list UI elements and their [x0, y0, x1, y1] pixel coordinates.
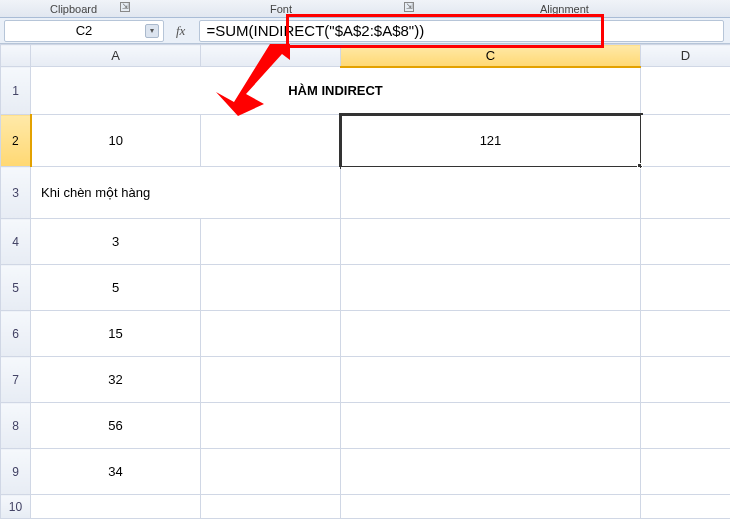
cell-b2[interactable]	[201, 115, 341, 167]
cell-c8[interactable]	[341, 403, 641, 449]
cell-d5[interactable]	[641, 265, 731, 311]
cell-d1[interactable]	[641, 67, 731, 115]
select-all-corner[interactable]	[1, 45, 31, 67]
cell-a9[interactable]: 34	[31, 449, 201, 495]
ribbon-group-alignment: Alignment	[540, 3, 589, 15]
cell-b10[interactable]	[201, 495, 341, 519]
row-header-5[interactable]: 5	[1, 265, 31, 311]
clipboard-launcher-icon[interactable]	[120, 2, 130, 12]
chevron-down-icon[interactable]: ▾	[145, 24, 159, 38]
cell-c2[interactable]: 121	[341, 115, 641, 167]
row-header-1[interactable]: 1	[1, 67, 31, 115]
cell-c6[interactable]	[341, 311, 641, 357]
cell-a8[interactable]: 56	[31, 403, 201, 449]
cell-a2[interactable]: 10	[31, 115, 201, 167]
cell-c9[interactable]	[341, 449, 641, 495]
formula-input[interactable]: =SUM(INDIRECT("$A$2:$A$8"))	[199, 20, 724, 42]
row-header-4[interactable]: 4	[1, 219, 31, 265]
cell-d9[interactable]	[641, 449, 731, 495]
formula-bar: C2 ▾ fx =SUM(INDIRECT("$A$2:$A$8"))	[0, 18, 730, 44]
row-header-8[interactable]: 8	[1, 403, 31, 449]
cell-d4[interactable]	[641, 219, 731, 265]
col-header-a[interactable]: A	[31, 45, 201, 67]
cell-b8[interactable]	[201, 403, 341, 449]
col-header-c[interactable]: C	[341, 45, 641, 67]
cell-d3[interactable]	[641, 167, 731, 219]
cell-d10[interactable]	[641, 495, 731, 519]
cell-a4[interactable]: 3	[31, 219, 201, 265]
cell-a5[interactable]: 5	[31, 265, 201, 311]
name-box-value: C2	[76, 23, 93, 38]
cell-a3-b3[interactable]: Khi chèn một hàng	[31, 167, 341, 219]
row-header-3[interactable]: 3	[1, 167, 31, 219]
cell-c7[interactable]	[341, 357, 641, 403]
cell-d7[interactable]	[641, 357, 731, 403]
row-header-10[interactable]: 10	[1, 495, 31, 519]
cell-c3[interactable]	[341, 167, 641, 219]
row-header-9[interactable]: 9	[1, 449, 31, 495]
col-header-b[interactable]: B	[201, 45, 341, 67]
cell-b6[interactable]	[201, 311, 341, 357]
fx-icon[interactable]: fx	[174, 23, 191, 39]
formula-text: =SUM(INDIRECT("$A$2:$A$8"))	[206, 22, 424, 39]
ribbon-group-bar: Clipboard Font Alignment	[0, 0, 730, 18]
formula-buttons: fx	[166, 23, 199, 39]
cell-c10[interactable]	[341, 495, 641, 519]
ribbon-group-font: Font	[270, 3, 292, 15]
cell-a10[interactable]	[31, 495, 201, 519]
cell-b9[interactable]	[201, 449, 341, 495]
cell-b5[interactable]	[201, 265, 341, 311]
cell-a7[interactable]: 32	[31, 357, 201, 403]
cell-d8[interactable]	[641, 403, 731, 449]
row-header-2[interactable]: 2	[1, 115, 31, 167]
cell-c2-value: 121	[480, 133, 502, 148]
title-cell[interactable]: HÀM INDIRECT	[31, 67, 641, 115]
ribbon-group-clipboard: Clipboard	[50, 3, 97, 15]
column-header-row: A B C D	[1, 45, 731, 67]
cell-c5[interactable]	[341, 265, 641, 311]
cell-b4[interactable]	[201, 219, 341, 265]
col-header-d[interactable]: D	[641, 45, 731, 67]
name-box[interactable]: C2 ▾	[4, 20, 164, 42]
row-header-6[interactable]: 6	[1, 311, 31, 357]
cell-a6[interactable]: 15	[31, 311, 201, 357]
cell-b7[interactable]	[201, 357, 341, 403]
cell-c4[interactable]	[341, 219, 641, 265]
font-launcher-icon[interactable]	[404, 2, 414, 12]
cell-d6[interactable]	[641, 311, 731, 357]
row-header-7[interactable]: 7	[1, 357, 31, 403]
cell-d2[interactable]	[641, 115, 731, 167]
spreadsheet-grid[interactable]: A B C D 1 HÀM INDIRECT 2 10 121 3 Khi ch…	[0, 44, 730, 519]
